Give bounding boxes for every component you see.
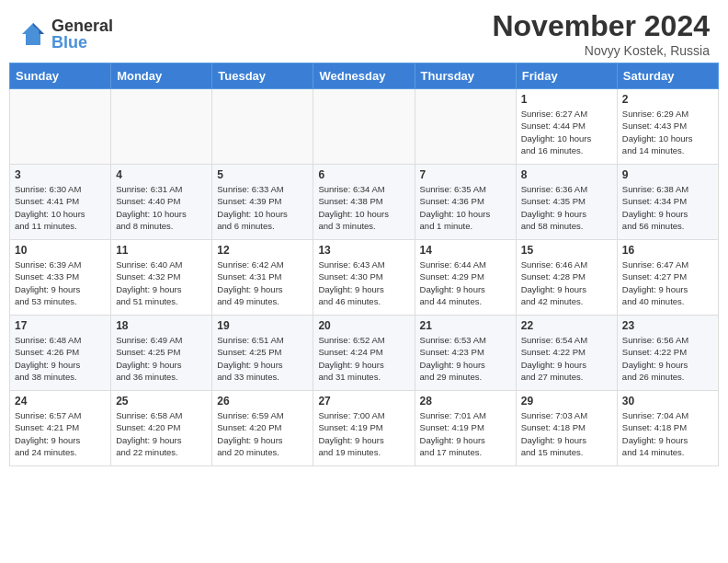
day-info: Sunrise: 6:52 AM Sunset: 4:24 PM Dayligh… — [318, 334, 409, 383]
day-number: 2 — [622, 93, 713, 106]
table-row: 17Sunrise: 6:48 AM Sunset: 4:26 PM Dayli… — [10, 316, 111, 391]
day-info: Sunrise: 6:54 AM Sunset: 4:22 PM Dayligh… — [521, 334, 612, 383]
table-row: 5Sunrise: 6:33 AM Sunset: 4:39 PM Daylig… — [212, 165, 313, 240]
col-sunday: Sunday — [10, 63, 111, 89]
table-row: 6Sunrise: 6:34 AM Sunset: 4:38 PM Daylig… — [313, 165, 415, 240]
day-info: Sunrise: 6:49 AM Sunset: 4:25 PM Dayligh… — [116, 334, 207, 383]
calendar-table: Sunday Monday Tuesday Wednesday Thursday… — [9, 63, 719, 466]
day-info: Sunrise: 6:51 AM Sunset: 4:25 PM Dayligh… — [217, 334, 308, 383]
day-number: 22 — [521, 319, 612, 332]
day-number: 26 — [217, 395, 308, 408]
day-info: Sunrise: 7:01 AM Sunset: 4:19 PM Dayligh… — [420, 409, 511, 458]
table-row: 20Sunrise: 6:52 AM Sunset: 4:24 PM Dayli… — [313, 316, 415, 391]
day-number: 8 — [521, 168, 612, 181]
col-thursday: Thursday — [415, 63, 516, 89]
table-row: 22Sunrise: 6:54 AM Sunset: 4:22 PM Dayli… — [516, 316, 617, 391]
table-row: 9Sunrise: 6:38 AM Sunset: 4:34 PM Daylig… — [617, 165, 718, 240]
day-info: Sunrise: 6:43 AM Sunset: 4:30 PM Dayligh… — [318, 259, 409, 307]
day-info: Sunrise: 6:40 AM Sunset: 4:32 PM Dayligh… — [116, 259, 207, 307]
day-number: 24 — [15, 395, 106, 408]
day-number: 20 — [318, 319, 409, 332]
day-number: 3 — [15, 168, 106, 181]
table-row: 12Sunrise: 6:42 AM Sunset: 4:31 PM Dayli… — [212, 240, 313, 316]
day-info: Sunrise: 6:48 AM Sunset: 4:26 PM Dayligh… — [15, 334, 106, 383]
table-row: 3Sunrise: 6:30 AM Sunset: 4:41 PM Daylig… — [10, 165, 111, 240]
day-info: Sunrise: 6:46 AM Sunset: 4:28 PM Dayligh… — [521, 259, 612, 307]
day-info: Sunrise: 6:42 AM Sunset: 4:31 PM Dayligh… — [217, 259, 308, 307]
title-area: November 2024 Novyy Kostek, Russia — [492, 9, 710, 58]
day-info: Sunrise: 6:35 AM Sunset: 4:36 PM Dayligh… — [420, 183, 511, 232]
day-info: Sunrise: 7:03 AM Sunset: 4:18 PM Dayligh… — [521, 409, 612, 458]
logo-general-text: General — [51, 17, 113, 34]
table-row: 30Sunrise: 7:04 AM Sunset: 4:18 PM Dayli… — [617, 391, 718, 466]
table-row: 26Sunrise: 6:59 AM Sunset: 4:20 PM Dayli… — [212, 391, 313, 466]
day-info: Sunrise: 6:58 AM Sunset: 4:20 PM Dayligh… — [116, 409, 207, 458]
day-number: 27 — [318, 395, 409, 408]
table-row — [212, 89, 313, 165]
table-row: 18Sunrise: 6:49 AM Sunset: 4:25 PM Dayli… — [111, 316, 212, 391]
table-row: 27Sunrise: 7:00 AM Sunset: 4:19 PM Dayli… — [313, 391, 415, 466]
day-number: 5 — [217, 168, 308, 181]
day-info: Sunrise: 6:29 AM Sunset: 4:43 PM Dayligh… — [622, 108, 713, 156]
table-row: 14Sunrise: 6:44 AM Sunset: 4:29 PM Dayli… — [415, 240, 516, 316]
table-row — [313, 89, 415, 165]
table-row — [111, 89, 212, 165]
table-row: 28Sunrise: 7:01 AM Sunset: 4:19 PM Dayli… — [415, 391, 516, 466]
day-number: 10 — [15, 244, 106, 257]
day-info: Sunrise: 6:30 AM Sunset: 4:41 PM Dayligh… — [15, 183, 106, 232]
day-number: 7 — [420, 168, 511, 181]
table-row: 19Sunrise: 6:51 AM Sunset: 4:25 PM Dayli… — [212, 316, 313, 391]
calendar: Sunday Monday Tuesday Wednesday Thursday… — [0, 63, 728, 476]
day-number: 23 — [622, 319, 713, 332]
day-info: Sunrise: 6:53 AM Sunset: 4:23 PM Dayligh… — [420, 334, 511, 383]
day-info: Sunrise: 6:38 AM Sunset: 4:34 PM Dayligh… — [622, 183, 713, 232]
day-number: 4 — [116, 168, 207, 181]
location-subtitle: Novyy Kostek, Russia — [492, 43, 710, 58]
logo: General Blue — [18, 17, 113, 51]
day-number: 6 — [318, 168, 409, 181]
table-row: 10Sunrise: 6:39 AM Sunset: 4:33 PM Dayli… — [10, 240, 111, 316]
calendar-header-row: Sunday Monday Tuesday Wednesday Thursday… — [10, 63, 719, 89]
col-tuesday: Tuesday — [212, 63, 313, 89]
table-row: 15Sunrise: 6:46 AM Sunset: 4:28 PM Dayli… — [516, 240, 617, 316]
table-row: 8Sunrise: 6:36 AM Sunset: 4:35 PM Daylig… — [516, 165, 617, 240]
month-title: November 2024 — [492, 9, 710, 43]
day-number: 29 — [521, 395, 612, 408]
day-info: Sunrise: 6:57 AM Sunset: 4:21 PM Dayligh… — [15, 409, 106, 458]
day-number: 11 — [116, 244, 207, 257]
day-number: 15 — [521, 244, 612, 257]
calendar-week-row: 24Sunrise: 6:57 AM Sunset: 4:21 PM Dayli… — [10, 391, 719, 466]
col-wednesday: Wednesday — [313, 63, 415, 89]
day-info: Sunrise: 6:39 AM Sunset: 4:33 PM Dayligh… — [15, 259, 106, 307]
col-monday: Monday — [111, 63, 212, 89]
day-number: 28 — [420, 395, 511, 408]
table-row: 21Sunrise: 6:53 AM Sunset: 4:23 PM Dayli… — [415, 316, 516, 391]
day-info: Sunrise: 7:00 AM Sunset: 4:19 PM Dayligh… — [318, 409, 409, 458]
calendar-week-row: 3Sunrise: 6:30 AM Sunset: 4:41 PM Daylig… — [10, 165, 719, 240]
table-row: 2Sunrise: 6:29 AM Sunset: 4:43 PM Daylig… — [617, 89, 718, 165]
logo-icon — [18, 19, 48, 49]
col-saturday: Saturday — [617, 63, 718, 89]
day-info: Sunrise: 6:59 AM Sunset: 4:20 PM Dayligh… — [217, 409, 308, 458]
calendar-week-row: 1Sunrise: 6:27 AM Sunset: 4:44 PM Daylig… — [10, 89, 719, 165]
day-info: Sunrise: 6:47 AM Sunset: 4:27 PM Dayligh… — [622, 259, 713, 307]
table-row — [415, 89, 516, 165]
table-row: 7Sunrise: 6:35 AM Sunset: 4:36 PM Daylig… — [415, 165, 516, 240]
day-info: Sunrise: 6:33 AM Sunset: 4:39 PM Dayligh… — [217, 183, 308, 232]
day-number: 9 — [622, 168, 713, 181]
table-row — [10, 89, 111, 165]
calendar-week-row: 10Sunrise: 6:39 AM Sunset: 4:33 PM Dayli… — [10, 240, 719, 316]
day-number: 1 — [521, 93, 612, 106]
table-row: 29Sunrise: 7:03 AM Sunset: 4:18 PM Dayli… — [516, 391, 617, 466]
table-row: 4Sunrise: 6:31 AM Sunset: 4:40 PM Daylig… — [111, 165, 212, 240]
table-row: 13Sunrise: 6:43 AM Sunset: 4:30 PM Dayli… — [313, 240, 415, 316]
calendar-week-row: 17Sunrise: 6:48 AM Sunset: 4:26 PM Dayli… — [10, 316, 719, 391]
day-info: Sunrise: 7:04 AM Sunset: 4:18 PM Dayligh… — [622, 409, 713, 458]
day-info: Sunrise: 6:27 AM Sunset: 4:44 PM Dayligh… — [521, 108, 612, 156]
day-number: 13 — [318, 244, 409, 257]
day-number: 21 — [420, 319, 511, 332]
day-number: 17 — [15, 319, 106, 332]
logo-blue-text: Blue — [51, 34, 113, 51]
logo-text: General Blue — [51, 17, 113, 51]
day-number: 25 — [116, 395, 207, 408]
